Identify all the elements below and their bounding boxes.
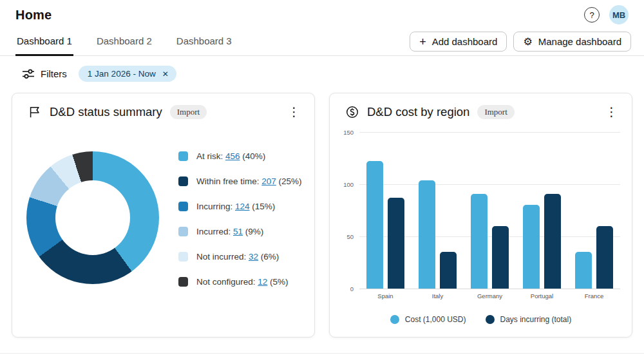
import-badge: Import: [477, 105, 514, 119]
sliders-icon: [22, 68, 35, 80]
legend-text: Incurring: 124 (15%): [196, 202, 275, 211]
bar[interactable]: [575, 252, 592, 289]
legend-item: At risk: 456 (40%): [178, 149, 302, 163]
legend-text: Incurred: 51 (9%): [196, 227, 263, 236]
gear-icon: ⚙: [523, 37, 532, 46]
legend-count-link[interactable]: 51: [233, 227, 243, 236]
bar[interactable]: [523, 205, 540, 289]
avatar[interactable]: MB: [609, 5, 629, 24]
legend-item: Incurred: 51 (9%): [178, 224, 302, 238]
bar[interactable]: [471, 194, 488, 289]
import-badge: Import: [170, 105, 207, 119]
cards-container: D&D status summary Import ⋮ At risk: 456…: [0, 93, 644, 338]
bar-legend-label: Cost (1,000 USD): [405, 315, 466, 324]
donut-chart[interactable]: [26, 151, 159, 284]
bar-groups: [359, 132, 620, 289]
filter-chip-label: 1 Jan 2026 - Now: [88, 69, 156, 79]
bar[interactable]: [419, 180, 435, 289]
bar[interactable]: [492, 226, 509, 289]
tab-dashboard-2[interactable]: Dashboard 2: [95, 28, 153, 56]
legend-text: Not incurred: 32 (6%): [196, 252, 279, 262]
dashboard-tab-bar: Dashboard 1 Dashboard 2 Dashboard 3 + Ad…: [0, 28, 644, 56]
plus-icon: +: [419, 37, 426, 46]
filters-button[interactable]: Filters: [22, 68, 67, 80]
gridline: [359, 289, 620, 289]
filters-label: Filters: [41, 68, 67, 79]
legend-item: Not incurred: 32 (6%): [178, 249, 302, 263]
tab-actions: + Add dashboard ⚙ Manage dashboard: [410, 32, 631, 55]
manage-dashboard-label: Manage dashboard: [538, 36, 621, 47]
bar-legend-swatch-icon: [486, 315, 495, 324]
manage-dashboard-button[interactable]: ⚙ Manage dashboard: [513, 32, 631, 52]
tabs: Dashboard 1 Dashboard 2 Dashboard 3: [15, 28, 233, 55]
y-axis-tick: 100: [343, 180, 354, 187]
legend-item: Incurring: 124 (15%): [178, 199, 302, 213]
x-axis-label: Spain: [373, 292, 399, 300]
legend-count-link[interactable]: 124: [235, 202, 250, 211]
x-axis-label: Germany: [477, 292, 503, 300]
bar-legend-item: Days incurring (total): [486, 315, 572, 324]
kebab-menu-icon[interactable]: ⋮: [601, 106, 621, 119]
legend-swatch-icon: [178, 252, 188, 262]
legend-swatch-icon: [178, 176, 188, 186]
legend-text: Not configured: 12 (5%): [196, 277, 289, 287]
legend-text: At risk: 456 (40%): [196, 151, 265, 161]
bar-group-france: [575, 132, 613, 289]
help-icon[interactable]: ?: [584, 7, 600, 23]
legend-item: Not configured: 12 (5%): [178, 274, 302, 289]
bar-plot: 150100500: [359, 132, 620, 289]
window-bottom-divider: [0, 353, 644, 354]
bar[interactable]: [544, 194, 561, 289]
legend-count-link[interactable]: 207: [261, 176, 276, 186]
y-axis-tick: 150: [343, 129, 354, 136]
flag-icon: [28, 105, 42, 119]
bar-group-portugal: [523, 132, 561, 289]
bar-legend-item: Cost (1,000 USD): [390, 315, 466, 324]
x-axis-label: Portugal: [529, 292, 555, 300]
legend-swatch-icon: [178, 202, 188, 211]
bar-group-germany: [471, 132, 509, 289]
top-bar: Home ? MB: [0, 0, 644, 26]
filter-chip-date-range[interactable]: 1 Jan 2026 - Now ✕: [79, 66, 176, 82]
x-axis-label: France: [582, 292, 607, 300]
x-axis-label: Italy: [425, 292, 451, 300]
bar[interactable]: [366, 161, 383, 289]
tab-dashboard-1[interactable]: Dashboard 1: [15, 28, 73, 56]
legend-item: Within free time: 207 (25%): [178, 174, 302, 188]
bar[interactable]: [388, 198, 404, 289]
x-axis-labels: SpainItalyGermanyPortugalFrance: [359, 292, 620, 300]
legend-swatch-icon: [178, 277, 188, 287]
legend-swatch-icon: [178, 227, 188, 236]
legend-count-link[interactable]: 32: [249, 252, 258, 262]
filters-row: Filters 1 Jan 2026 - Now ✕: [0, 56, 644, 93]
y-axis-tick: 50: [346, 233, 354, 240]
bar-group-italy: [419, 132, 457, 289]
donut-card-body: At risk: 456 (40%)Within free time: 207 …: [12, 119, 314, 289]
card-cost-by-region: D&D cost by region Import ⋮ 150100500 Sp…: [329, 93, 632, 338]
bar-legend-swatch-icon: [390, 315, 399, 324]
legend-text: Within free time: 207 (25%): [196, 176, 302, 186]
close-icon[interactable]: ✕: [162, 70, 169, 79]
add-dashboard-button[interactable]: + Add dashboard: [410, 32, 507, 52]
y-axis-tick: 0: [350, 285, 354, 292]
bar-card-body: 150100500 SpainItalyGermanyPortugalFranc…: [330, 132, 632, 324]
legend-swatch-icon: [178, 151, 188, 161]
card-title: D&D cost by region: [367, 105, 469, 119]
page-title: Home: [15, 8, 52, 23]
bar[interactable]: [596, 226, 613, 289]
tab-dashboard-3[interactable]: Dashboard 3: [175, 28, 233, 56]
add-dashboard-label: Add dashboard: [432, 36, 498, 47]
card-status-summary: D&D status summary Import ⋮ At risk: 456…: [12, 93, 315, 338]
topbar-actions: ? MB: [584, 5, 629, 24]
card-title: D&D status summary: [50, 105, 162, 119]
bar[interactable]: [440, 252, 457, 289]
card-header: D&D cost by region Import ⋮: [330, 93, 632, 119]
bar-legend: Cost (1,000 USD)Days incurring (total): [330, 315, 632, 324]
kebab-menu-icon[interactable]: ⋮: [284, 106, 304, 119]
dollar-icon: [345, 105, 359, 119]
bar-group-spain: [366, 132, 404, 289]
card-header: D&D status summary Import ⋮: [12, 93, 314, 119]
legend-count-link[interactable]: 456: [225, 151, 240, 161]
legend-count-link[interactable]: 12: [258, 277, 267, 287]
donut-legend: At risk: 456 (40%)Within free time: 207 …: [178, 149, 302, 289]
